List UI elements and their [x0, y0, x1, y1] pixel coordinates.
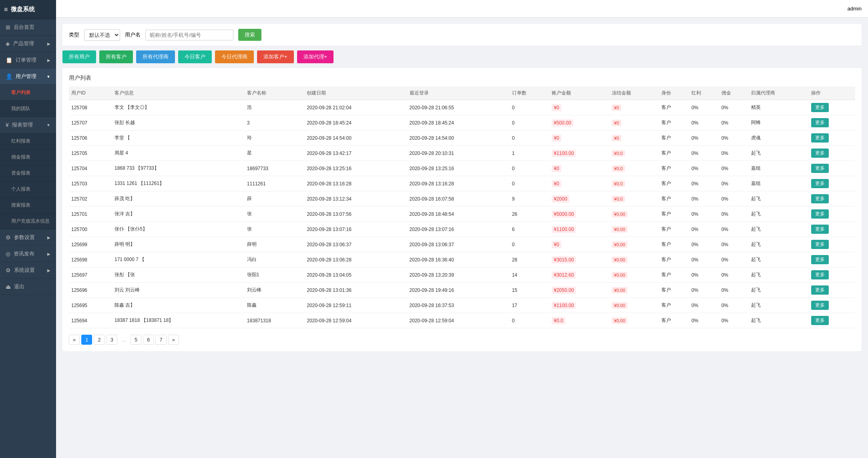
prev-page-button[interactable]: «: [69, 335, 80, 345]
sidebar-item-dividend-report[interactable]: 红利报表: [0, 133, 56, 149]
cell-action[interactable]: 更多: [809, 115, 855, 131]
page-1-button[interactable]: 1: [81, 335, 92, 345]
sidebar-item-report[interactable]: ¥ 报表管理 ▼: [0, 117, 56, 133]
cell-action[interactable]: 更多: [809, 161, 855, 176]
sidebar-item-system[interactable]: ⚙ 系统设置 ▶: [0, 262, 56, 279]
more-button[interactable]: 更多: [811, 194, 829, 203]
cell-commission: 0%: [719, 298, 749, 313]
cell-orders: 0: [510, 115, 550, 131]
cell-action[interactable]: 更多: [809, 252, 855, 267]
dashboard-icon: ⊞: [6, 24, 10, 30]
all-agents-button[interactable]: 所有代理商: [136, 50, 175, 63]
sidebar-item-logout[interactable]: ⏏ 退出: [0, 279, 56, 295]
table-row: 125708 李文 【李文◎】 浩 2020-09-28 21:02:04 20…: [69, 100, 855, 115]
sidebar-item-fund-report[interactable]: 资金报表: [0, 165, 56, 181]
cell-action[interactable]: 更多: [809, 100, 855, 115]
cell-action[interactable]: 更多: [809, 222, 855, 237]
cell-role: 客户: [659, 191, 689, 207]
search-button[interactable]: 搜索: [238, 29, 261, 41]
next-page-button[interactable]: »: [168, 335, 179, 345]
username-input[interactable]: [145, 30, 233, 40]
page-6-button[interactable]: 6: [143, 335, 154, 345]
sidebar-item-user-recharge-info[interactable]: 用户充值流水信息: [0, 213, 56, 229]
cell-balance: ¥1100.00: [549, 146, 609, 161]
report-icon: ¥: [6, 122, 9, 128]
params-icon: ⚙: [6, 234, 11, 241]
cell-name: 张阳1: [245, 267, 305, 283]
more-button[interactable]: 更多: [811, 316, 829, 325]
page-5-button[interactable]: 5: [131, 335, 141, 345]
cell-balance: ¥0: [549, 100, 609, 115]
table-row: 125704 1868 733 【97733】 18697733 2020-09…: [69, 161, 855, 176]
cell-dividend: 0%: [689, 207, 719, 222]
type-select[interactable]: 默认不选: [84, 29, 120, 41]
more-button[interactable]: 更多: [811, 255, 829, 264]
search-report-label: 搜索报表: [11, 202, 30, 209]
today-agents-button[interactable]: 今日代理商: [215, 50, 254, 63]
more-button[interactable]: 更多: [811, 225, 829, 234]
cell-action[interactable]: 更多: [809, 207, 855, 222]
sidebar-item-personal-report[interactable]: 个人报表: [0, 181, 56, 197]
all-users-button[interactable]: 所有用户: [62, 50, 96, 63]
sidebar-item-search-report[interactable]: 搜索报表: [0, 197, 56, 213]
sidebar-item-commission-report[interactable]: 佣金报表: [0, 149, 56, 165]
cell-name: 张: [245, 207, 305, 222]
sidebar-item-news[interactable]: ◎ 资讯发布 ▶: [0, 246, 56, 262]
more-button[interactable]: 更多: [811, 118, 829, 127]
sidebar-item-dashboard[interactable]: ⊞ 后台首页: [0, 19, 56, 36]
cell-action[interactable]: 更多: [809, 298, 855, 313]
more-button[interactable]: 更多: [811, 164, 829, 173]
page-2-button[interactable]: 2: [94, 335, 104, 345]
page-3-button[interactable]: 3: [106, 335, 117, 345]
cell-action[interactable]: 更多: [809, 267, 855, 283]
cell-action[interactable]: 更多: [809, 237, 855, 252]
cell-dividend: 0%: [689, 252, 719, 267]
cell-frozen: ¥0.00: [609, 207, 659, 222]
page-7-button[interactable]: 7: [155, 335, 166, 345]
cell-action[interactable]: 更多: [809, 191, 855, 207]
cell-action[interactable]: 更多: [809, 131, 855, 146]
more-button[interactable]: 更多: [811, 103, 829, 112]
cell-id: 125695: [69, 298, 112, 313]
add-agent-button[interactable]: 添加代理+: [297, 50, 334, 63]
cell-action[interactable]: 更多: [809, 176, 855, 191]
sidebar-item-user[interactable]: 👤 用户管理 ▼: [0, 68, 56, 85]
sidebar-item-order[interactable]: 📋 订单管理 ▶: [0, 52, 56, 68]
cell-info: 薛明 明】: [112, 237, 245, 252]
cell-action[interactable]: 更多: [809, 313, 855, 328]
sidebar-item-my-team[interactable]: 我的团队: [0, 101, 56, 117]
more-button[interactable]: 更多: [811, 301, 829, 310]
cell-frozen: ¥0.00: [609, 298, 659, 313]
cell-agent: 虎魂: [749, 131, 808, 146]
cell-action[interactable]: 更多: [809, 283, 855, 298]
more-button[interactable]: 更多: [811, 179, 829, 188]
more-button[interactable]: 更多: [811, 133, 829, 143]
sidebar-item-params[interactable]: ⚙ 参数设置 ▶: [0, 229, 56, 246]
add-customer-button[interactable]: 添加客户+: [257, 50, 294, 63]
more-button[interactable]: 更多: [811, 209, 829, 219]
personal-report-label: 个人报表: [11, 186, 30, 193]
today-customers-button[interactable]: 今日客户: [178, 50, 212, 63]
cell-orders: 0: [510, 100, 550, 115]
cell-dividend: 0%: [689, 131, 719, 146]
sidebar-item-customer-list[interactable]: 客户列表: [0, 85, 56, 101]
sidebar-item-product[interactable]: ◈ 产品管理 ▶: [0, 36, 56, 52]
cell-frozen: ¥0.00: [609, 237, 659, 252]
more-button[interactable]: 更多: [811, 285, 829, 295]
more-button[interactable]: 更多: [811, 270, 829, 279]
all-customers-button[interactable]: 所有客户: [99, 50, 133, 63]
col-orders: 订单数: [510, 86, 550, 100]
commission-report-label: 佣金报表: [11, 154, 30, 161]
more-button[interactable]: 更多: [811, 149, 829, 158]
cell-role: 客户: [659, 298, 689, 313]
cell-orders: 0: [510, 313, 550, 328]
cell-agent: 精英: [749, 100, 808, 115]
cell-action[interactable]: 更多: [809, 146, 855, 161]
cell-id: 125707: [69, 115, 112, 131]
user-icon: 👤: [6, 73, 12, 80]
cell-dividend: 0%: [689, 191, 719, 207]
dividend-report-label: 红利报表: [11, 138, 30, 145]
cell-id: 125703: [69, 176, 112, 191]
more-button[interactable]: 更多: [811, 240, 829, 249]
menu-toggle-icon[interactable]: ≡: [4, 6, 8, 13]
